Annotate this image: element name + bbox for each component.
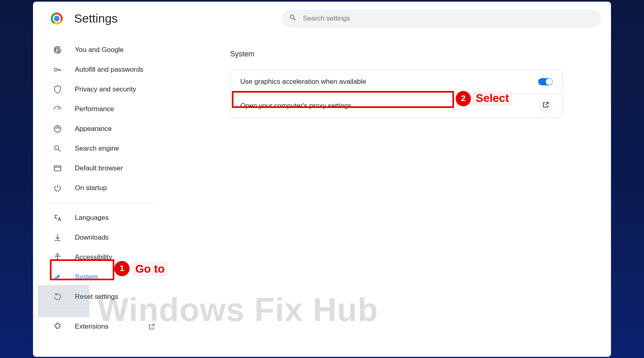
search-icon [53,144,62,153]
svg-point-2 [56,128,56,128]
svg-point-0 [54,68,57,71]
sidebar-item-label: Search engine [75,145,119,153]
sidebar-item-search-engine[interactable]: Search engine [33,139,166,159]
sidebar-item-downloads[interactable]: Downloads [33,228,166,248]
key-icon [53,65,62,74]
sidebar-item-appearance[interactable]: Appearance [33,119,166,139]
main-panel: System Use graphics acceleration when av… [166,35,611,357]
svg-point-4 [59,128,60,128]
shield-icon [53,85,62,94]
reset-icon [53,292,62,301]
sidebar-item-label: On startup [75,184,107,192]
sidebar-item-privacy[interactable]: Privacy and security [33,80,166,99]
nav-divider [45,312,158,312]
sidebar-item-label: Reset settings [75,293,118,301]
sidebar-item-autofill[interactable]: Autofill and passwords [33,60,166,80]
palette-icon [53,124,62,133]
sidebar-item-label: Accessibility [75,253,112,261]
google-icon [53,46,62,54]
sidebar-item-label: Default browser [75,164,123,172]
svg-point-3 [57,127,58,128]
translate-icon [53,213,62,222]
speed-icon [53,105,62,114]
sidebar-item-on-startup[interactable]: On startup [33,178,166,198]
sidebar-item-label: Appearance [75,125,112,133]
sidebar-item-reset[interactable]: Reset settings [33,287,166,307]
annotation-badge-1: 1 [114,261,130,276]
annotation-label-2: Select [473,91,512,106]
nav-divider [45,203,158,203]
extension-icon [53,322,62,331]
sidebar-item-extensions[interactable]: Extensions [33,317,166,337]
wrench-icon [53,273,62,281]
svg-rect-5 [54,166,61,171]
sidebar-item-label: You and Google [75,46,124,54]
toggle-graphics-accel[interactable] [538,78,553,85]
sidebar-item-label: System [75,273,98,281]
sidebar: You and Google Autofill and passwords Pr… [33,35,166,357]
browser-icon [53,164,62,173]
chrome-logo-icon [51,12,63,25]
sidebar-item-label: Performance [75,105,114,113]
sidebar-item-languages[interactable]: Languages [33,208,166,228]
sidebar-item-label: Downloads [75,234,109,242]
row-label: Open your computer's proxy settings [240,102,351,110]
sidebar-item-default-browser[interactable]: Default browser [33,159,166,178]
row-proxy-settings[interactable]: Open your computer's proxy settings [231,94,562,118]
search-settings[interactable] [282,10,601,27]
accessibility-icon [53,253,62,262]
section-title: System [230,50,563,58]
power-icon [53,184,62,192]
annotation-badge-2: 2 [456,91,471,106]
search-input[interactable] [303,14,594,23]
annotation-label-1: Go to [132,262,168,276]
open-in-new-icon [542,101,549,110]
row-graphics-accel[interactable]: Use graphics acceleration when available [231,70,562,94]
open-in-new-icon [147,322,156,331]
sidebar-item-label: Extensions [75,323,108,331]
search-icon [289,14,297,23]
sidebar-item-you-and-google[interactable]: You and Google [33,40,166,60]
sidebar-item-label: Privacy and security [75,85,136,93]
open-proxy-button[interactable] [539,99,553,113]
settings-window: Settings You and Google Autofill and pas… [33,2,611,357]
system-card: Use graphics acceleration when available… [230,70,563,118]
sidebar-item-label: Languages [75,214,109,222]
page-title: Settings [74,12,118,25]
topbar: Settings [33,2,611,35]
download-icon [53,233,62,242]
content: You and Google Autofill and passwords Pr… [33,35,611,357]
row-label: Use graphics acceleration when available [240,78,366,86]
sidebar-item-performance[interactable]: Performance [33,99,166,119]
svg-point-7 [57,254,58,255]
sidebar-item-label: Autofill and passwords [75,66,143,74]
